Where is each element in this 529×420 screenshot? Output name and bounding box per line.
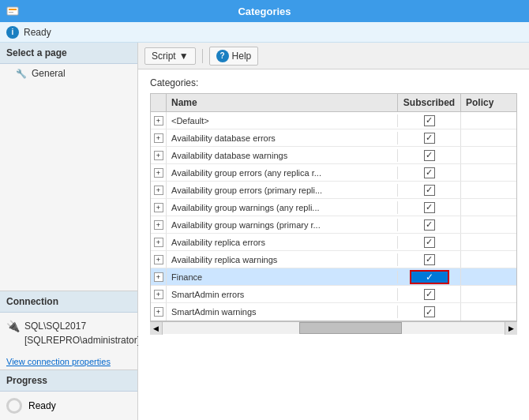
help-button[interactable]: ? Help	[209, 47, 259, 66]
scroll-thumb[interactable]	[299, 322, 402, 334]
table-row[interactable]: + SmartAdmin errors ✓	[151, 286, 516, 303]
progress-info: Ready	[0, 392, 137, 420]
row-name: Availability group warnings (primary r..…	[167, 219, 398, 231]
expand-btn[interactable]: +	[154, 290, 163, 299]
expand-btn[interactable]: +	[154, 151, 163, 160]
checkbox-highlight[interactable]: ✓	[410, 270, 449, 284]
table-row[interactable]: + Availability group warnings (any repli…	[151, 199, 516, 216]
info-icon: i	[6, 26, 19, 39]
row-subscribed[interactable]: ✓	[398, 129, 461, 146]
expand-btn[interactable]: +	[154, 255, 163, 264]
title-bar-text: Categories	[238, 6, 291, 17]
expand-btn[interactable]: +	[154, 238, 163, 247]
row-policy	[461, 293, 516, 296]
checkbox[interactable]: ✓	[424, 219, 435, 231]
th-expand	[151, 94, 167, 111]
checkbox[interactable]: ✓	[424, 237, 435, 248]
connection-section: Connection 🔌 SQL\SQL2017 [SQLREPRO\admin…	[0, 291, 137, 369]
checkbox[interactable]: ✓	[424, 133, 435, 144]
table-row[interactable]: + Availability replica warnings ✓	[151, 251, 516, 268]
view-connection-properties-link[interactable]: View connection properties	[0, 354, 137, 369]
expand-cell[interactable]: +	[151, 268, 167, 285]
row-subscribed[interactable]: ✓	[398, 112, 461, 129]
script-label: Script	[152, 51, 176, 62]
row-subscribed[interactable]: ✓	[398, 182, 461, 198]
checkbox[interactable]: ✓	[424, 185, 435, 196]
expand-cell[interactable]: +	[151, 182, 167, 198]
expand-cell[interactable]: +	[151, 251, 167, 268]
user-name: [SQLREPRO\administrator]	[24, 333, 140, 347]
table-row[interactable]: + Availability replica errors ✓	[151, 234, 516, 251]
expand-btn[interactable]: +	[154, 133, 163, 143]
table-row[interactable]: + Availability group errors (any replica…	[151, 164, 516, 182]
expand-cell[interactable]: +	[151, 216, 167, 233]
categories-label: Categories:	[150, 77, 517, 88]
table-row[interactable]: + SmartAdmin warnings ✓	[151, 303, 516, 321]
table-row[interactable]: + Availability database warnings ✓	[151, 147, 516, 164]
sidebar-item-general[interactable]: 🔧 General	[0, 64, 137, 83]
checkbox[interactable]: ✓	[424, 202, 435, 213]
check-mark: ✓	[426, 272, 433, 283]
script-button[interactable]: Script ▼	[144, 47, 196, 65]
expand-cell[interactable]: +	[151, 164, 167, 181]
checkbox[interactable]: ✓	[424, 254, 435, 265]
row-name-finance: Finance	[167, 271, 398, 283]
title-bar: Categories	[0, 0, 529, 22]
categories-area: Categories: Name Subscribed Policy + <De…	[138, 69, 529, 420]
scroll-track[interactable]	[163, 322, 505, 334]
checkbox[interactable]: ✓	[424, 306, 435, 317]
svg-rect-2	[9, 12, 13, 13]
expand-cell[interactable]: +	[151, 147, 167, 163]
row-policy	[461, 310, 516, 313]
row-policy	[461, 171, 516, 174]
expand-btn[interactable]: +	[154, 220, 163, 230]
expand-btn[interactable]: +	[154, 116, 163, 126]
row-subscribed[interactable]: ✓	[398, 199, 461, 216]
expand-cell[interactable]: +	[151, 234, 167, 250]
scroll-left-btn[interactable]: ◀	[150, 322, 163, 335]
table-row[interactable]: + Availability group warnings (primary r…	[151, 216, 516, 234]
checkbox[interactable]: ✓	[424, 289, 435, 300]
horizontal-scrollbar[interactable]: ◀ ▶	[150, 321, 517, 334]
expand-btn[interactable]: +	[154, 272, 163, 282]
svg-rect-0	[7, 7, 18, 15]
server-name: SQL\SQL2017	[24, 319, 140, 333]
row-subscribed[interactable]: ✓	[398, 216, 461, 233]
table-row-finance[interactable]: + Finance ✓	[151, 268, 516, 286]
expand-btn[interactable]: +	[154, 186, 163, 195]
row-subscribed[interactable]: ✓	[398, 251, 461, 268]
expand-cell[interactable]: +	[151, 199, 167, 216]
row-policy	[461, 189, 516, 192]
table-row[interactable]: + <Default> ✓	[151, 112, 516, 129]
progress-spinner	[6, 398, 22, 414]
th-name: Name	[167, 94, 398, 111]
row-name: <Default>	[167, 114, 398, 127]
expand-cell[interactable]: +	[151, 286, 167, 302]
row-policy	[461, 258, 516, 261]
checkbox[interactable]: ✓	[424, 150, 435, 161]
checkbox[interactable]: ✓	[424, 167, 435, 178]
row-name: Availability replica errors	[167, 236, 398, 249]
row-name: Availability database errors	[167, 132, 398, 144]
expand-cell[interactable]: +	[151, 303, 167, 321]
row-subscribed-finance[interactable]: ✓	[398, 268, 461, 285]
row-subscribed[interactable]: ✓	[398, 234, 461, 250]
row-subscribed[interactable]: ✓	[398, 303, 461, 321]
row-name: SmartAdmin warnings	[167, 306, 398, 318]
row-subscribed[interactable]: ✓	[398, 147, 461, 163]
main-layout: Select a page 🔧 General Connection 🔌 SQL…	[0, 43, 529, 420]
expand-cell[interactable]: +	[151, 112, 167, 129]
categories-table: Name Subscribed Policy + <Default> ✓ + A…	[150, 93, 517, 321]
row-subscribed[interactable]: ✓	[398, 286, 461, 302]
progress-status: Ready	[28, 400, 56, 411]
scroll-right-btn[interactable]: ▶	[505, 322, 517, 335]
table-row[interactable]: + Availability database errors ✓	[151, 129, 516, 147]
row-subscribed[interactable]: ✓	[398, 164, 461, 181]
expand-btn[interactable]: +	[154, 168, 163, 178]
checkbox[interactable]: ✓	[424, 115, 435, 126]
expand-btn[interactable]: +	[154, 307, 163, 317]
table-row[interactable]: + Availability group errors (primary rep…	[151, 182, 516, 199]
table-header: Name Subscribed Policy	[151, 94, 516, 112]
expand-btn[interactable]: +	[154, 203, 163, 212]
expand-cell[interactable]: +	[151, 129, 167, 146]
